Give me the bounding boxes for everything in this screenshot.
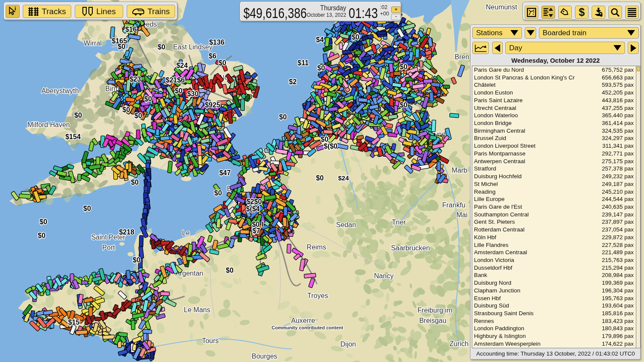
svg-text:$0: $0 [118, 43, 125, 50]
svg-text:Milford Haven: Milford Haven [27, 121, 70, 128]
svg-text:$0: $0 [317, 64, 325, 72]
svg-text:$47: $47 [219, 169, 231, 176]
svg-text:Breisgau: Breisgau [419, 317, 446, 324]
svg-text:$0: $0 [122, 106, 130, 113]
svg-text:$24: $24 [176, 62, 188, 69]
svg-text:Mai: Mai [456, 211, 468, 219]
svg-text:Tours: Tours [202, 337, 219, 344]
svg-text:Bren: Bren [455, 53, 469, 61]
svg-text:$21$6: $21$6 [166, 76, 185, 84]
svg-text:Troyes: Troyes [307, 292, 328, 299]
svg-text:Sedan: Sedan [336, 221, 356, 228]
svg-text:Le: Le [182, 229, 190, 237]
svg-text:$0: $0 [316, 174, 324, 182]
svg-text:$0: $0 [214, 189, 222, 197]
svg-text:$0: $0 [175, 87, 182, 94]
svg-text:Marb: Marb [452, 167, 468, 174]
svg-text:$0: $0 [321, 136, 328, 143]
svg-text:$2$0: $2$0 [246, 198, 262, 205]
svg-text:Saarbrücken: Saarbrücken [391, 244, 430, 252]
svg-text:$30: $30 [187, 90, 199, 97]
svg-text:$218: $218 [119, 228, 134, 236]
svg-text:$0: $0 [226, 267, 234, 274]
svg-text:$0: $0 [144, 95, 152, 103]
svg-text:$154: $154 [65, 133, 81, 140]
svg-text:$16: $16 [125, 26, 137, 33]
svg-text:$11: $11 [298, 59, 309, 67]
svg-text:Port: Port [102, 244, 115, 251]
svg-text:$0: $0 [279, 113, 287, 121]
svg-text:$136: $136 [209, 39, 225, 46]
svg-text:Frankfu: Frankfu [442, 201, 465, 209]
svg-text:$0: $0 [400, 63, 407, 70]
svg-text:$0: $0 [400, 101, 407, 109]
svg-text:East Lindsey: East Lindsey [173, 43, 213, 51]
svg-text:$0: $0 [39, 218, 47, 225]
svg-text:Freiburg im: Freiburg im [418, 307, 453, 314]
svg-text:Nancy: Nancy [374, 272, 393, 280]
svg-text:Trier: Trier [392, 219, 406, 226]
svg-text:Reims: Reims [307, 243, 326, 251]
svg-text:$($4: $($4 [246, 205, 260, 213]
svg-text:Wirral: Wirral [84, 40, 102, 47]
svg-text:$0: $0 [352, 33, 359, 41]
svg-text:$6: $6 [209, 52, 216, 60]
svg-text:$23: $23 [130, 76, 141, 83]
svg-text:$4: $4 [316, 36, 324, 43]
svg-text:$24: $24 [338, 174, 349, 182]
svg-text:Dijon: Dijon [340, 341, 356, 348]
svg-text:$0: $0 [74, 112, 82, 119]
svg-text:$0: $0 [131, 179, 139, 186]
svg-text:Auxerre: Auxerre [291, 317, 315, 324]
svg-text:$0: $0 [219, 59, 226, 67]
svg-text:Aberystwyth: Aberystwyth [41, 87, 79, 94]
svg-text:Le Mans: Le Mans [184, 306, 210, 313]
svg-text:$0: $0 [158, 43, 165, 51]
svg-text:Neumünst: Neumünst [486, 3, 517, 11]
svg-text:$2: $2 [289, 78, 297, 85]
svg-text:Community contributed content: Community contributed content [272, 325, 343, 330]
svg-text:$0: $0 [133, 256, 140, 264]
svg-text:$0: $0 [83, 205, 91, 212]
svg-text:$0: $0 [134, 112, 142, 119]
svg-text:i: i [15, 6, 16, 12]
svg-text:Zurich: Zurich [450, 340, 468, 347]
svg-text:$0: $0 [38, 232, 46, 239]
svg-text:$925: $925 [205, 101, 220, 109]
svg-text:$7: $7 [252, 227, 260, 234]
svg-text:Bourges: Bourges [252, 353, 277, 360]
svg-text:$15: $15 [68, 319, 80, 326]
svg-text:$($0: $($0 [324, 143, 337, 150]
